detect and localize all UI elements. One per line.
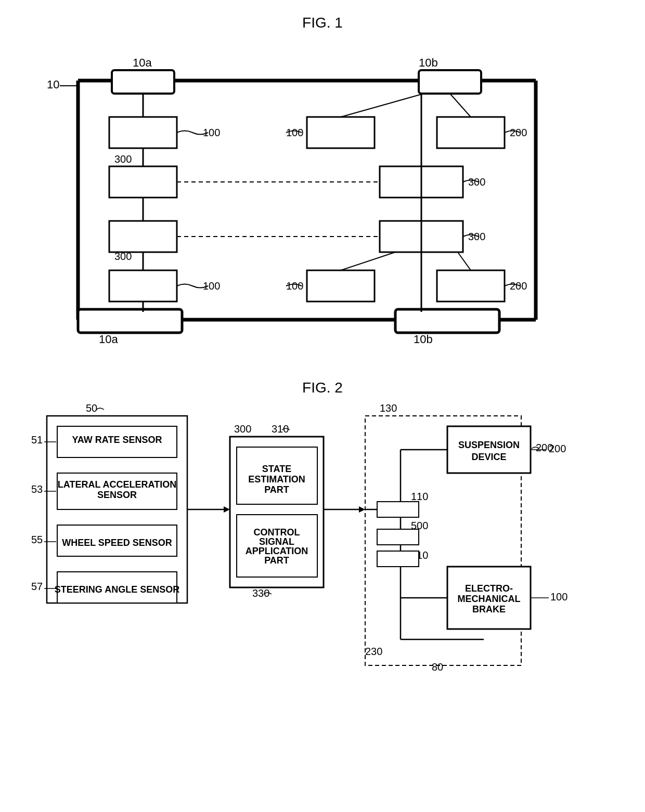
svg-rect-7 <box>395 309 499 333</box>
fig1-title: FIG. 1 <box>0 15 645 31</box>
ref-200-r2: 200 <box>510 280 527 292</box>
state-est-l2: ESTIMATION <box>248 474 305 484</box>
svg-rect-10 <box>109 117 177 148</box>
svg-rect-25 <box>437 270 505 302</box>
ref-130: 130 <box>380 402 397 414</box>
page: FIG. 1 10 10a 10b 10a 10b 100 <box>0 0 645 812</box>
ref-300-r2: 300 <box>468 231 485 242</box>
ref-10a-top: 10a <box>133 56 152 69</box>
ref-100-l1: 100 <box>203 127 220 138</box>
ref-300-l2: 300 <box>114 251 132 262</box>
ref-300-l1: 300 <box>114 153 132 165</box>
ref-55: 55 <box>31 534 43 545</box>
svg-rect-15 <box>437 117 505 148</box>
ref-330: 330 <box>252 587 269 599</box>
fig1-diagram: 10 10a 10b 10a 10b 100 300 300 100 100 <box>31 36 603 359</box>
svg-rect-24 <box>307 270 375 302</box>
ref-310: 310 <box>272 423 289 435</box>
svg-rect-11 <box>109 166 177 198</box>
susp-dev-l2: DEVICE <box>471 452 506 462</box>
svg-rect-4 <box>112 70 174 94</box>
svg-line-16 <box>341 94 424 117</box>
svg-rect-14 <box>307 117 375 148</box>
ref-100-emb: 100 <box>550 591 567 603</box>
lateral-acc-line1: LATERAL ACCELERATION <box>58 479 176 490</box>
ref-80: 80 <box>432 661 443 673</box>
ref-10b-top: 10b <box>419 56 438 69</box>
wheel-speed-label: WHEEL SPEED SENSOR <box>62 538 172 548</box>
state-est-l1: STATE <box>262 464 291 474</box>
svg-marker-38 <box>224 506 230 513</box>
svg-rect-52 <box>377 551 419 567</box>
yaw-rate-sensor-label: YAW RATE SENSOR <box>72 435 162 445</box>
lateral-acc-line2: SENSOR <box>97 490 137 500</box>
fig2-diagram: 50 YAW RATE SENSOR 51 LATERAL ACCELERATI… <box>16 400 629 806</box>
ctrl-sig-l2: SIGNAL <box>259 536 294 547</box>
ref-100-l2: 100 <box>203 280 220 292</box>
svg-line-17 <box>450 94 471 117</box>
svg-line-23 <box>458 252 471 270</box>
emb-l2: MECHANICAL <box>458 594 521 604</box>
ref-51: 51 <box>31 434 43 446</box>
svg-rect-51 <box>377 529 419 545</box>
svg-rect-5 <box>419 70 481 94</box>
ref-230: 230 <box>365 646 382 657</box>
emb-l3: BRAKE <box>472 604 506 614</box>
ref-110: 110 <box>411 491 428 502</box>
svg-rect-13 <box>109 270 177 302</box>
susp-dev-l1: SUSPENSION <box>458 440 520 450</box>
steering-angle-label: STEERING ANGLE SENSOR <box>55 584 179 595</box>
ref-10a-bot: 10a <box>99 333 118 346</box>
ctrl-sig-l4: PART <box>264 555 289 566</box>
ref-300-est: 300 <box>234 423 251 435</box>
svg-rect-12 <box>109 221 177 252</box>
ref-57: 57 <box>31 581 43 592</box>
svg-marker-43 <box>359 506 365 513</box>
svg-line-22 <box>341 252 395 270</box>
ctrl-sig-l3: APPLICATION <box>246 546 308 556</box>
svg-rect-50 <box>377 502 419 517</box>
fig2-title: FIG. 2 <box>0 379 645 396</box>
state-est-l3: PART <box>264 484 289 495</box>
ref-53: 53 <box>31 483 43 495</box>
ref-200-r1: 200 <box>510 127 527 138</box>
ctrl-sig-l1: CONTROL <box>254 527 300 538</box>
ref-10: 10 <box>47 78 59 91</box>
ref-10b-bot: 10b <box>414 333 433 346</box>
ref-300-r1: 300 <box>468 176 485 188</box>
svg-rect-6 <box>78 309 182 333</box>
ref-50: 50 <box>86 402 97 414</box>
ref-200-label: 200 <box>549 443 566 454</box>
emb-l1: ELECTRO- <box>465 583 513 594</box>
